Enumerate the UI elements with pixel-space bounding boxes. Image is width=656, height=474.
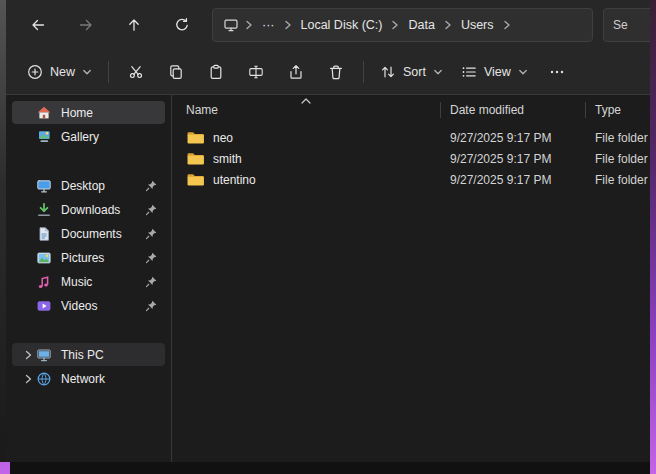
copy-button[interactable] [156, 56, 196, 88]
column-headers: Name Date modified Type [172, 97, 650, 123]
search-input[interactable]: Se [603, 8, 650, 42]
arrow-right-icon [78, 17, 94, 33]
breadcrumb-chevron-icon[interactable] [442, 20, 454, 30]
folder-icon [186, 130, 205, 145]
file-explorer-window: ··· Local Disk (C:) Data Users Se [6, 0, 650, 462]
sidebar-item-this-pc[interactable]: This PC [12, 343, 165, 366]
sidebar-item-documents[interactable]: Documents [12, 222, 165, 245]
column-header-label: Type [595, 103, 621, 117]
paste-icon [208, 64, 224, 80]
cut-button[interactable] [116, 56, 156, 88]
file-date-modified: 9/27/2025 9:17 PM [440, 148, 585, 169]
sidebar-section-gap [6, 149, 171, 174]
view-button-label: View [484, 65, 511, 79]
sidebar-item-label: This PC [61, 348, 104, 362]
address-bar[interactable]: ··· Local Disk (C:) Data Users [212, 8, 593, 42]
folder-icon [186, 151, 205, 166]
file-type: File folder [585, 169, 650, 190]
gallery-icon [36, 129, 52, 145]
sidebar-item-label: Desktop [61, 179, 105, 193]
breadcrumb-chevron-icon[interactable] [282, 20, 294, 30]
file-row-utentino[interactable]: utentino 9/27/2025 9:17 PM File folder [172, 169, 650, 190]
sort-button[interactable]: Sort [371, 56, 452, 88]
plus-circle-icon [27, 64, 43, 80]
file-name: neo [213, 131, 233, 145]
file-name: utentino [213, 173, 256, 187]
trash-icon [328, 64, 344, 80]
pictures-icon [36, 250, 52, 266]
column-header-type[interactable]: Type [585, 97, 650, 123]
up-button[interactable] [116, 8, 152, 42]
sidebar-item-desktop[interactable]: Desktop [12, 174, 165, 197]
pin-icon [145, 179, 158, 192]
sidebar-item-label: Documents [61, 227, 122, 241]
paste-button[interactable] [196, 56, 236, 88]
file-row-neo[interactable]: neo 9/27/2025 9:17 PM File folder [172, 127, 650, 148]
pin-icon [145, 251, 158, 264]
chevron-right-icon[interactable] [20, 349, 36, 361]
sidebar-item-pictures[interactable]: Pictures [12, 246, 165, 269]
home-icon [36, 105, 52, 121]
chevron-down-icon [433, 67, 443, 77]
desktop-icon [36, 178, 52, 194]
column-header-label: Name [186, 103, 218, 117]
column-header-label: Date modified [450, 103, 524, 117]
breadcrumb-chevron-icon[interactable] [243, 20, 255, 30]
breadcrumb-segment-data[interactable]: Data [401, 15, 441, 35]
more-options-icon [549, 64, 565, 80]
breadcrumb-chevron-icon[interactable] [501, 20, 513, 30]
sidebar-item-music[interactable]: Music [12, 270, 165, 293]
downloads-icon [36, 202, 52, 218]
sidebar-section-gap [6, 318, 171, 343]
command-bar: New [6, 50, 650, 95]
sidebar-item-label: Downloads [61, 203, 120, 217]
breadcrumb-ellipsis[interactable]: ··· [255, 15, 282, 35]
pin-icon [145, 227, 158, 240]
rename-button[interactable] [236, 56, 276, 88]
new-button-label: New [50, 65, 75, 79]
new-button[interactable]: New [18, 56, 101, 88]
view-button[interactable]: View [452, 56, 537, 88]
file-name: smith [213, 152, 242, 166]
chevron-right-icon[interactable] [20, 373, 36, 385]
this-pc-icon [36, 347, 52, 363]
more-options-button[interactable] [537, 56, 577, 88]
share-button[interactable] [276, 56, 316, 88]
forward-button[interactable] [68, 8, 104, 42]
breadcrumb-chevron-icon[interactable] [389, 20, 401, 30]
file-list: Name Date modified Type neo [172, 95, 650, 462]
desktop-bottom-edge [10, 462, 650, 474]
toolbar-separator [363, 61, 364, 83]
file-date-modified: 9/27/2025 9:17 PM [440, 127, 585, 148]
refresh-button[interactable] [164, 8, 200, 42]
sidebar-item-label: Pictures [61, 251, 104, 265]
chevron-down-icon [518, 67, 528, 77]
arrow-up-icon [126, 17, 142, 33]
column-header-date-modified[interactable]: Date modified [440, 97, 585, 123]
scissors-icon [128, 64, 144, 80]
file-type: File folder [585, 127, 650, 148]
search-text: Se [613, 18, 628, 32]
toolbar-separator [108, 61, 109, 83]
sidebar-item-gallery[interactable]: Gallery [12, 125, 165, 148]
sidebar-item-label: Home [61, 106, 93, 120]
breadcrumb-segment-users[interactable]: Users [454, 15, 501, 35]
music-icon [36, 274, 52, 290]
arrow-left-icon [30, 17, 46, 33]
column-header-name[interactable]: Name [172, 97, 440, 123]
file-rows: neo 9/27/2025 9:17 PM File folder smith … [172, 127, 650, 190]
breadcrumb-segment-local-disk[interactable]: Local Disk (C:) [294, 15, 390, 35]
pin-icon [145, 275, 158, 288]
file-row-smith[interactable]: smith 9/27/2025 9:17 PM File folder [172, 148, 650, 169]
sidebar-item-videos[interactable]: Videos [12, 294, 165, 317]
sidebar-item-home[interactable]: Home [12, 101, 165, 124]
pin-icon [145, 299, 158, 312]
sidebar-item-network[interactable]: Network [12, 367, 165, 390]
delete-button[interactable] [316, 56, 356, 88]
sidebar-item-downloads[interactable]: Downloads [12, 198, 165, 221]
sidebar-item-label: Gallery [61, 130, 99, 144]
chevron-down-icon [82, 67, 92, 77]
back-button[interactable] [20, 8, 56, 42]
sort-arrows-icon [380, 64, 396, 80]
navigation-pane: Home Gallery Desktop [6, 95, 172, 462]
